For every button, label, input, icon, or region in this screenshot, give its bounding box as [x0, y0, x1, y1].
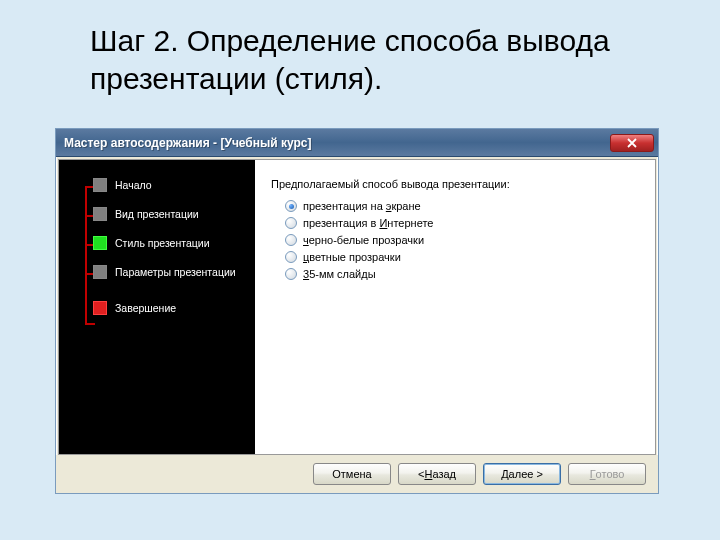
radio-option-color[interactable]: цветные прозрачки — [285, 251, 639, 263]
radio-icon — [285, 251, 297, 263]
radio-icon — [285, 217, 297, 229]
nav-label: Стиль презентации — [115, 237, 210, 249]
radio-label: 35-мм слайды — [303, 268, 376, 280]
radio-icon — [285, 234, 297, 246]
nav-item-params[interactable]: Параметры презентации — [81, 265, 247, 279]
nav-box-icon — [93, 265, 107, 279]
nav-connector-h — [85, 323, 95, 325]
dialog-title: Мастер автосодержания - [Учебный курс] — [64, 136, 610, 150]
radio-label: презентация на экране — [303, 200, 421, 212]
radio-option-bw[interactable]: черно-белые прозрачки — [285, 234, 639, 246]
titlebar: Мастер автосодержания - [Учебный курс] — [56, 129, 658, 157]
nav-label: Начало — [115, 179, 152, 191]
radio-group: презентация на экране презентация в Инте… — [271, 200, 639, 280]
dialog-body: Начало Вид презентации Стиль презентации… — [58, 159, 656, 455]
back-button[interactable]: < Назад — [398, 463, 476, 485]
nav-label: Параметры презентации — [115, 266, 236, 278]
finish-button[interactable]: Готово — [568, 463, 646, 485]
next-button[interactable]: Далее > — [483, 463, 561, 485]
nav-label: Завершение — [115, 302, 176, 314]
radio-option-screen[interactable]: презентация на экране — [285, 200, 639, 212]
prompt-text: Предполагаемый способ вывода презентации… — [271, 178, 639, 190]
nav-box-icon — [93, 301, 107, 315]
radio-option-internet[interactable]: презентация в Интернете — [285, 217, 639, 229]
nav-box-icon — [93, 236, 107, 250]
wizard-dialog: Мастер автосодержания - [Учебный курс] Н… — [55, 128, 659, 494]
close-button[interactable] — [610, 134, 654, 152]
wizard-nav: Начало Вид презентации Стиль презентации… — [59, 160, 255, 454]
nav-item-start[interactable]: Начало — [81, 178, 247, 192]
content-panel: Предполагаемый способ вывода презентации… — [255, 160, 655, 454]
close-icon — [627, 138, 637, 148]
button-bar: Отмена < Назад Далее > Готово — [56, 455, 658, 493]
nav-item-finish[interactable]: Завершение — [81, 301, 247, 315]
nav-item-style[interactable]: Стиль презентации — [81, 236, 247, 250]
radio-label: черно-белые прозрачки — [303, 234, 424, 246]
nav-item-type[interactable]: Вид презентации — [81, 207, 247, 221]
cancel-button[interactable]: Отмена — [313, 463, 391, 485]
radio-label: презентация в Интернете — [303, 217, 433, 229]
slide-title: Шаг 2. Определение способа вывода презен… — [0, 0, 720, 107]
radio-option-35mm[interactable]: 35-мм слайды — [285, 268, 639, 280]
radio-label: цветные прозрачки — [303, 251, 401, 263]
nav-label: Вид презентации — [115, 208, 199, 220]
nav-box-icon — [93, 178, 107, 192]
radio-icon — [285, 268, 297, 280]
radio-icon — [285, 200, 297, 212]
nav-box-icon — [93, 207, 107, 221]
